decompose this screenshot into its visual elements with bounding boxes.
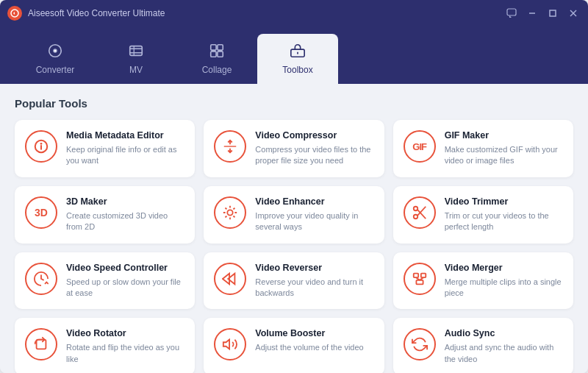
tool-desc: Keep original file info or edit as you w… (66, 144, 184, 167)
tool-name: GIF Maker (445, 130, 563, 141)
tool-video-merger[interactable]: Video Merger Merge multiple clips into a… (393, 252, 573, 310)
titlebar: Aiseesoft Video Converter Ultimate (0, 0, 588, 26)
window-title: Aiseesoft Video Converter Ultimate (28, 8, 504, 18)
tool-icon-volume (214, 328, 246, 360)
tool-desc: Make customized GIF with your video or i… (445, 144, 563, 167)
tools-grid: Media Metadata Editor Keep original file… (15, 120, 573, 373)
tab-mv-label: MV (129, 65, 143, 75)
tool-name: Video Enhancer (255, 196, 373, 207)
tool-video-rotator[interactable]: Video Rotator Rotate and flip the video … (15, 318, 195, 373)
tool-name: Media Metadata Editor (66, 130, 184, 141)
tool-desc: Adjust and sync the audio with the video (445, 342, 563, 365)
tool-info-trimmer: Video Trimmer Trim or cut your videos to… (445, 196, 563, 233)
tool-icon-reverse (214, 263, 246, 295)
tool-name: Video Compressor (255, 130, 373, 141)
tool-desc: Trim or cut your videos to the perfect l… (445, 210, 563, 233)
svg-rect-9 (130, 46, 143, 56)
svg-rect-13 (218, 51, 223, 57)
mv-icon (128, 43, 144, 62)
tool-name: Video Trimmer (445, 196, 563, 207)
tab-toolbox[interactable]: Toolbox (257, 34, 338, 84)
tool-3d-maker[interactable]: 3D 3D Maker Create customized 3D video f… (15, 186, 195, 244)
tool-info-rotator: Video Rotator Rotate and flip the video … (66, 328, 184, 365)
svg-rect-1 (507, 9, 516, 15)
svg-rect-30 (420, 273, 425, 277)
app-window: Aiseesoft Video Converter Ultimate (0, 0, 588, 373)
svg-rect-12 (211, 51, 216, 57)
minimize-btn[interactable] (525, 6, 539, 21)
tool-info-enhancer: Video Enhancer Improve your video qualit… (255, 196, 373, 233)
tool-gif-maker[interactable]: GIF GIF Maker Make customized GIF with y… (393, 120, 573, 177)
svg-rect-34 (37, 340, 46, 349)
tool-info-sync: Audio Sync Adjust and sync the audio wit… (445, 328, 563, 365)
tool-desc: Adjust the volume of the video (255, 342, 373, 353)
tab-converter[interactable]: Converter (15, 34, 96, 84)
tool-audio-sync[interactable]: Audio Sync Adjust and sync the audio wit… (393, 318, 573, 373)
tool-desc: Create customized 3D video from 2D (66, 210, 184, 233)
close-btn[interactable] (566, 6, 581, 21)
tool-info-media-metadata: Media Metadata Editor Keep original file… (66, 130, 184, 167)
tool-name: Video Rotator (66, 328, 184, 339)
svg-marker-35 (223, 340, 229, 349)
tool-info-3d: 3D Maker Create customized 3D video from… (66, 196, 184, 233)
tool-icon-info (25, 130, 57, 163)
tool-icon-trim (404, 196, 436, 229)
maximize-btn[interactable] (545, 6, 560, 21)
tool-icon-merge (404, 263, 436, 295)
tool-video-reverser[interactable]: Video Reverser Reverse your video and tu… (204, 252, 384, 310)
svg-rect-3 (550, 10, 556, 16)
tool-icon-speed (25, 263, 57, 295)
tab-converter-label: Converter (36, 65, 75, 75)
collage-icon (209, 43, 225, 62)
tool-name: Volume Booster (255, 328, 373, 339)
svg-point-22 (228, 210, 233, 215)
tool-name: Video Merger (445, 263, 563, 274)
tool-desc: Reverse your video and turn it backwards (255, 277, 373, 299)
toolbox-icon (290, 43, 306, 62)
tool-volume-booster[interactable]: Volume Booster Adjust the volume of the … (204, 318, 384, 373)
tab-collage-label: Collage (202, 65, 232, 75)
main-content: Popular Tools Media Metadata Editor Keep… (0, 84, 588, 373)
svg-rect-10 (211, 45, 216, 50)
tool-video-speed[interactable]: Video Speed Controller Speed up or slow … (15, 252, 195, 310)
tool-video-enhancer[interactable]: Video Enhancer Improve your video qualit… (204, 186, 384, 244)
tool-icon-enhance (214, 196, 246, 229)
tool-icon-3d: 3D (25, 196, 57, 229)
tool-info-volume: Volume Booster Adjust the volume of the … (255, 328, 373, 353)
tool-name: Video Speed Controller (66, 263, 184, 274)
tool-desc: Compress your video files to the proper … (255, 144, 373, 167)
tool-desc: Speed up or slow down your file at ease (66, 277, 184, 299)
tool-desc: Rotate and flip the video as you like (66, 342, 184, 365)
tool-info-gif: GIF Maker Make customized GIF with your … (445, 130, 563, 167)
svg-rect-11 (218, 45, 223, 50)
tool-desc: Improve your video quality in several wa… (255, 210, 373, 233)
tool-media-metadata-editor[interactable]: Media Metadata Editor Keep original file… (15, 120, 195, 177)
svg-point-8 (54, 50, 57, 52)
tool-video-trimmer[interactable]: Video Trimmer Trim or cut your videos to… (393, 186, 573, 244)
tool-icon-gif: GIF (404, 130, 436, 163)
tab-mv[interactable]: MV (96, 34, 176, 84)
app-logo (7, 6, 22, 21)
navbar: Converter MV Collage (0, 26, 588, 84)
tool-name: Video Reverser (255, 263, 373, 274)
window-controls (504, 6, 581, 21)
tool-desc: Merge multiple clips into a single piece (445, 277, 563, 299)
tool-info-reverser: Video Reverser Reverse your video and tu… (255, 263, 373, 299)
tool-icon-rotate (25, 328, 57, 360)
tool-name: 3D Maker (66, 196, 184, 207)
tool-icon-sync (404, 328, 436, 360)
section-title: Popular Tools (15, 97, 573, 110)
tab-toolbox-label: Toolbox (282, 65, 312, 75)
converter-icon (47, 43, 63, 62)
svg-rect-29 (413, 273, 417, 277)
svg-rect-31 (416, 280, 423, 284)
tool-info-speed: Video Speed Controller Speed up or slow … (66, 263, 184, 299)
tool-info-merger: Video Merger Merge multiple clips into a… (445, 263, 563, 299)
tool-name: Audio Sync (445, 328, 563, 339)
tab-collage[interactable]: Collage (176, 34, 257, 84)
tool-info-compressor: Video Compressor Compress your video fil… (255, 130, 373, 167)
tool-icon-compress (214, 130, 246, 163)
tool-video-compressor[interactable]: Video Compressor Compress your video fil… (204, 120, 384, 177)
chat-icon-btn[interactable] (504, 6, 519, 21)
